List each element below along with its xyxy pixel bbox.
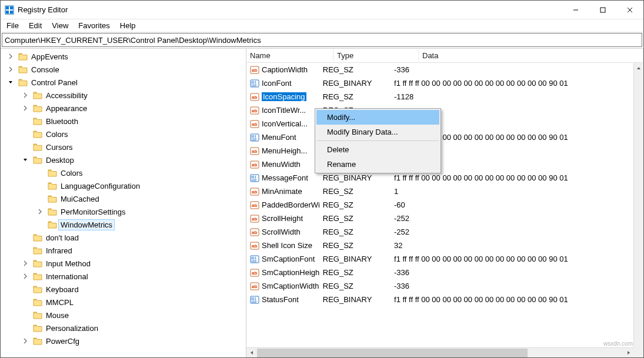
tree-item-windowmetrics[interactable]: WindowMetrics <box>46 218 115 231</box>
tree-item-international[interactable]: International <box>32 270 91 283</box>
tree-item-appevents[interactable]: AppEvents <box>17 50 71 63</box>
tree-item-infrared[interactable]: Infrared <box>32 244 75 257</box>
list-item[interactable]: ScrollWidth REG_SZ -252 <box>246 225 633 239</box>
tree-item-cursors[interactable]: Cursors <box>32 140 76 153</box>
context-menu-modify-binary[interactable]: Modify Binary Data... <box>316 125 439 139</box>
caret-icon[interactable] <box>22 92 29 99</box>
window-title: Registry Editor <box>18 5 562 14</box>
value-type: REG_BINARY <box>319 173 391 182</box>
caret-icon[interactable] <box>22 105 29 112</box>
folder-icon <box>48 182 57 190</box>
list-item[interactable]: IconFont REG_BINARY f1 ff ff ff 00 00 00… <box>246 76 633 90</box>
scroll-right-icon[interactable] <box>623 348 633 358</box>
caret-icon[interactable] <box>7 53 14 60</box>
tree-item-dont-load[interactable]: don't load <box>32 231 82 244</box>
value-data: -336 <box>391 268 633 277</box>
list-item[interactable]: Shell Icon Size REG_SZ 32 <box>246 239 633 252</box>
tree-item-control-panel[interactable]: Control Panel <box>17 76 81 89</box>
tree-item-bluetooth[interactable]: Bluetooth <box>32 115 81 128</box>
list-item[interactable]: PaddedBorderWi... REG_SZ -60 <box>246 198 633 212</box>
value-name: SmCaptionHeight <box>262 268 319 277</box>
folder-icon <box>33 324 42 332</box>
value-type: REG_SZ <box>319 214 391 223</box>
tree-item-languageconfiguration[interactable]: LanguageConfiguration <box>46 179 143 192</box>
string-value-icon <box>250 65 259 75</box>
caret-icon[interactable] <box>7 79 14 86</box>
menu-edit[interactable]: Edit <box>25 20 46 31</box>
column-header-name[interactable]: Name <box>246 49 333 62</box>
address-text: Computer\HKEY_CURRENT_USER\Control Panel… <box>5 36 261 45</box>
address-bar[interactable]: Computer\HKEY_CURRENT_USER\Control Panel… <box>2 33 642 47</box>
context-menu-delete[interactable]: Delete <box>316 142 439 157</box>
tree-item-desktop[interactable]: Desktop <box>32 153 77 166</box>
scrollbar-thumb[interactable] <box>257 349 528 357</box>
binary-value-icon <box>250 295 259 305</box>
list-item[interactable]: SmCaptionHeight REG_SZ -336 <box>246 266 633 279</box>
string-value-icon <box>250 92 259 102</box>
tree-item-accessibility[interactable]: Accessibility <box>32 89 91 102</box>
value-name: MenuFont <box>262 133 296 142</box>
list-item[interactable]: SmCaptionFont REG_BINARY f1 ff ff ff 00 … <box>246 252 633 266</box>
tree-item-personalization[interactable]: Personalization <box>32 322 101 334</box>
value-data: f1 ff ff ff 00 00 00 00 00 00 00 00 00 0… <box>391 173 633 182</box>
string-value-icon <box>250 187 259 196</box>
tree-item-keyboard[interactable]: Keyboard <box>32 283 82 296</box>
caret-icon[interactable] <box>22 273 29 280</box>
tree-item-powercfg[interactable]: PowerCfg <box>32 334 82 347</box>
caret-icon[interactable] <box>22 260 29 267</box>
folder-icon <box>33 259 42 267</box>
value-type: REG_SZ <box>319 268 391 277</box>
tree-item-colors[interactable]: Colors <box>32 128 71 140</box>
caret-icon[interactable] <box>22 156 29 163</box>
tree-item-input-method[interactable]: Input Method <box>32 257 94 270</box>
value-type: REG_SZ <box>319 227 391 236</box>
value-data: -336 <box>391 282 633 290</box>
column-header-type[interactable]: Type <box>333 49 419 62</box>
folder-icon <box>33 143 42 151</box>
context-menu-rename[interactable]: Rename <box>316 157 439 172</box>
value-data: f1 ff ff ff 00 00 00 00 00 00 00 00 00 0… <box>391 255 633 263</box>
menu-help[interactable]: Help <box>116 20 140 31</box>
folder-icon <box>48 220 57 229</box>
binary-value-icon <box>250 255 259 264</box>
list-item[interactable]: SmCaptionWidth REG_SZ -336 <box>246 279 633 293</box>
value-name: IconSpacing <box>262 92 306 101</box>
tree-item-muicached[interactable]: MuiCached <box>46 192 102 205</box>
caret-icon[interactable] <box>36 208 44 215</box>
list-item[interactable]: CaptionWidth REG_SZ -336 <box>246 63 633 76</box>
folder-icon <box>33 156 42 164</box>
list-item[interactable]: ScrollHeight REG_SZ -252 <box>246 212 633 225</box>
key-tree[interactable]: AppEvents Console Control Panel Accessib… <box>1 49 246 357</box>
menu-file[interactable]: File <box>2 20 23 31</box>
horizontal-scrollbar[interactable] <box>246 347 633 357</box>
scroll-up-icon[interactable] <box>634 63 644 73</box>
minimize-button[interactable] <box>562 1 589 19</box>
list-item[interactable]: IconSpacing REG_SZ -1128 <box>246 90 633 103</box>
value-name: ScrollWidth <box>262 227 301 236</box>
tree-item-desktop-colors[interactable]: Colors <box>46 166 86 179</box>
value-name: CaptionWidth <box>262 65 308 74</box>
maximize-button[interactable] <box>589 1 616 19</box>
list-item[interactable]: MinAnimate REG_SZ 1 <box>246 185 633 198</box>
close-button[interactable] <box>616 1 643 19</box>
menu-view[interactable]: View <box>48 20 72 31</box>
scroll-left-icon[interactable] <box>246 348 256 358</box>
folder-icon <box>33 117 42 125</box>
tree-item-appearance[interactable]: Appearance <box>32 102 90 115</box>
tree-item-mouse[interactable]: Mouse <box>32 309 72 322</box>
list-rows[interactable]: CaptionWidth REG_SZ -336 IconFont REG_BI… <box>246 63 643 316</box>
tree-item-permonitorsettings[interactable]: PerMonitorSettings <box>46 205 129 218</box>
caret-icon[interactable] <box>7 66 14 73</box>
tree-item-mmcpl[interactable]: MMCPL <box>32 296 76 309</box>
value-data: -60 <box>391 200 633 209</box>
context-menu-modify[interactable]: Modify... <box>316 110 439 125</box>
tree-item-console[interactable]: Console <box>17 63 62 76</box>
value-data: 32 <box>391 241 633 250</box>
caret-icon[interactable] <box>22 337 29 344</box>
string-value-icon <box>250 106 259 115</box>
list-item[interactable]: StatusFont REG_BINARY f1 ff ff ff 00 00 … <box>246 293 633 306</box>
vertical-scrollbar[interactable] <box>633 63 643 357</box>
column-header-data[interactable]: Data <box>419 49 643 62</box>
title-bar[interactable]: Registry Editor <box>1 1 643 19</box>
menu-favorites[interactable]: Favorites <box>74 20 114 31</box>
